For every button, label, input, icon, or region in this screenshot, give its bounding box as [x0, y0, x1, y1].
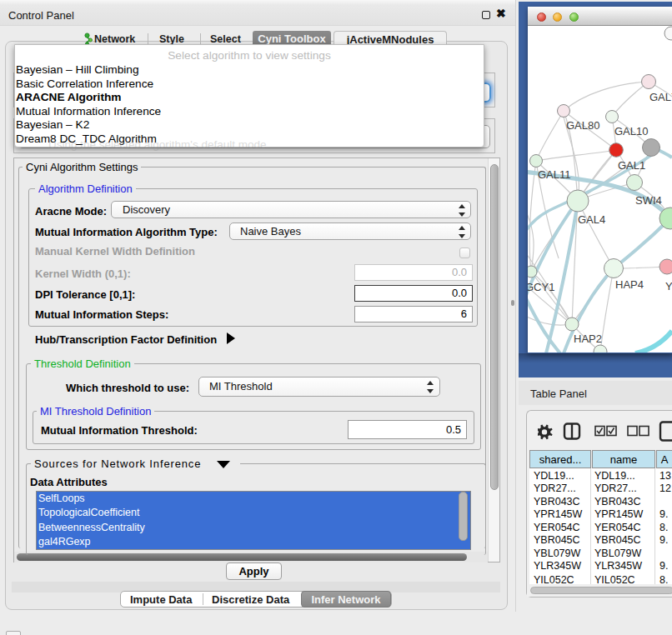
svg-text:HAP4: HAP4	[615, 278, 644, 291]
svg-text:GAL1: GAL1	[618, 159, 645, 172]
svg-text:GAL10: GAL10	[614, 125, 648, 138]
svg-text:SWI4: SWI4	[635, 194, 662, 207]
svg-text:GCY1: GCY1	[528, 281, 554, 293]
svg-text:HAP2: HAP2	[574, 332, 602, 345]
svg-text:Y: Y	[665, 280, 672, 292]
svg-text:GAL11: GAL11	[538, 168, 571, 181]
svg-text:GAL7: GAL7	[649, 91, 672, 103]
svg-text:GAL4: GAL4	[578, 213, 605, 226]
svg-text:GAL80: GAL80	[566, 119, 599, 132]
